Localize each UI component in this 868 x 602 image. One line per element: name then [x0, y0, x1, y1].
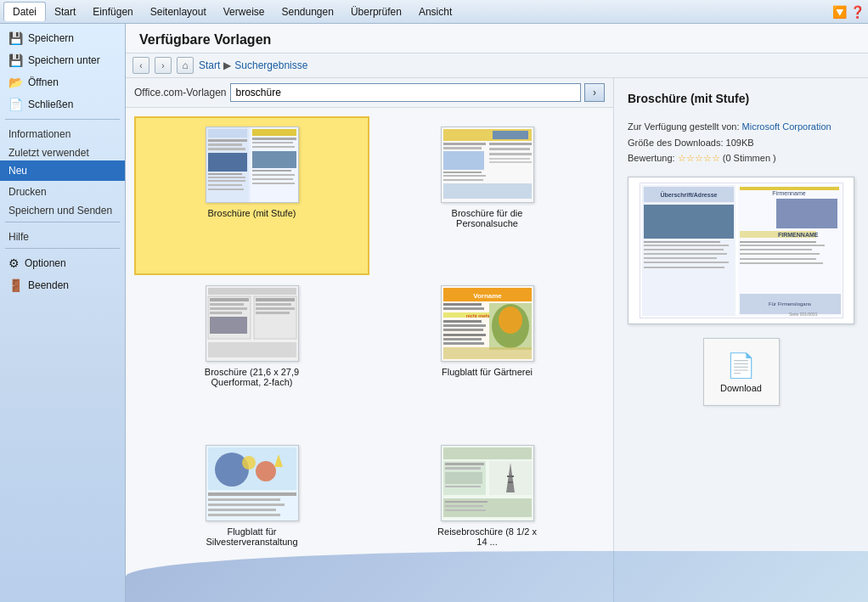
template-label-4: Flugblatt für Gärtnerei: [442, 367, 533, 377]
svg-rect-31: [489, 143, 532, 145]
template-brochure-quer[interactable]: Broschüre (21,6 x 27,9 Querformat, 2-fac…: [134, 275, 369, 434]
template-label-6: Reisebroschüre (8 1/2 x 14 ...: [437, 526, 538, 547]
breadcrumb-suchergebnisse[interactable]: Suchergebnisse: [234, 59, 307, 71]
svg-text:Überschrift/Adresse: Überschrift/Adresse: [660, 191, 717, 198]
svg-rect-24: [493, 131, 528, 139]
download-label: Download: [720, 383, 762, 393]
sidebar-item-optionen[interactable]: ⚙ Optionen: [0, 252, 125, 274]
svg-rect-67: [443, 347, 532, 359]
right-panel-title: Broschüre (mit Stufe): [628, 92, 854, 105]
svg-rect-8: [208, 173, 242, 175]
template-brochure-stufe[interactable]: Broschüre (mit Stufe): [134, 116, 369, 275]
right-panel-meta: Zur Verfügung gestellt von: Microsoft Co…: [628, 119, 854, 166]
brochure-stufe-preview: [206, 127, 298, 202]
svg-point-72: [256, 461, 276, 481]
breadcrumb-sep: ▶: [223, 59, 231, 71]
svg-rect-114: [740, 249, 812, 250]
sidebar-item-zuletzt[interactable]: Zuletzt verwendet: [0, 142, 125, 160]
template-flyer-gaertnerei[interactable]: Vorname nicht mehr NÖTIG!: [369, 275, 605, 434]
menu-einfuegen[interactable]: Einfügen: [84, 3, 141, 21]
svg-rect-16: [252, 174, 295, 176]
sidebar-item-informationen[interactable]: Informationen: [0, 123, 125, 142]
svg-rect-15: [252, 170, 291, 172]
minimize-icon[interactable]: 🔽: [832, 5, 847, 19]
sidebar-item-hilfe[interactable]: Hilfe: [0, 226, 125, 245]
svg-rect-30: [443, 179, 483, 181]
svg-rect-20: [208, 184, 242, 186]
preview-box: Überschrift/Adresse: [628, 177, 854, 324]
svg-point-70: [215, 453, 249, 487]
template-brochure-personal[interactable]: Broschüre für die Personalsuche: [369, 116, 605, 275]
options-icon: ⚙: [8, 256, 20, 270]
svg-rect-117: [740, 262, 823, 264]
menu-start[interactable]: Start: [46, 3, 84, 21]
download-button[interactable]: 📄 Download: [703, 338, 780, 406]
svg-rect-48: [256, 307, 295, 310]
svg-rect-6: [208, 148, 245, 150]
menu-sendungen[interactable]: Sendungen: [273, 3, 341, 21]
svg-rect-112: [740, 241, 816, 243]
svg-rect-64: [443, 334, 486, 336]
open-folder-icon: 📂: [8, 76, 23, 89]
help-icon[interactable]: ❓: [850, 5, 865, 19]
sidebar: 💾 Speichern 💾 Speichern unter 📂 Öffnen 📄…: [0, 24, 126, 602]
sidebar-item-schliessen[interactable]: 📄 Schließen: [0, 93, 125, 115]
forward-button[interactable]: ›: [155, 57, 172, 74]
save-icon: 💾: [8, 31, 23, 45]
menu-ueberpruefen[interactable]: Überprüfen: [342, 3, 410, 21]
svg-rect-84: [507, 475, 514, 477]
svg-rect-12: [252, 142, 293, 143]
menu-datei[interactable]: Datei: [3, 2, 46, 21]
download-size-value: 109KB: [726, 138, 754, 148]
svg-rect-36: [443, 183, 532, 199]
search-button[interactable]: ›: [584, 83, 605, 102]
preview-svg: Überschrift/Adresse: [640, 183, 843, 318]
svg-rect-17: [252, 178, 293, 180]
svg-rect-115: [740, 253, 820, 255]
template-thumb-4: Vorname nicht mehr NÖTIG!: [441, 285, 534, 362]
breadcrumb: Start ▶ Suchergebnisse: [199, 59, 307, 71]
svg-rect-88: [445, 472, 482, 484]
svg-text:Firmenname: Firmenname: [772, 190, 805, 196]
sidebar-item-drucken[interactable]: Drucken: [0, 181, 125, 200]
menu-ansicht[interactable]: Ansicht: [410, 3, 460, 21]
search-input[interactable]: [230, 83, 582, 102]
menu-seitenlayout[interactable]: Seitenlayout: [142, 3, 215, 21]
svg-rect-101: [644, 245, 729, 246]
template-label-3: Broschüre (21,6 x 27,9 Querformat, 2-fac…: [201, 367, 303, 387]
home-button[interactable]: ⌂: [177, 57, 194, 74]
svg-rect-47: [256, 303, 291, 306]
svg-rect-66: [443, 342, 484, 345]
svg-rect-65: [443, 338, 482, 340]
search-label: Office.com-Vorlagen: [134, 87, 227, 98]
menu-verweise[interactable]: Verweise: [215, 3, 273, 21]
sidebar-item-speichern[interactable]: 💾 Speichern: [0, 27, 125, 49]
svg-rect-4: [208, 139, 247, 142]
svg-rect-38: [208, 288, 296, 295]
svg-rect-59: [443, 324, 486, 327]
exit-icon: 🚪: [8, 278, 23, 292]
svg-rect-58: [443, 320, 482, 323]
svg-rect-103: [644, 253, 727, 255]
svg-rect-44: [210, 317, 247, 334]
svg-rect-89: [445, 486, 481, 487]
sidebar-item-speichern-unter[interactable]: 💾 Speichern unter: [0, 49, 125, 71]
menu-bar: Datei Start Einfügen Seitenlayout Verwei…: [0, 0, 868, 24]
svg-rect-76: [208, 504, 285, 506]
nav-bar: ‹ › ⌂ Start ▶ Suchergebnisse: [126, 53, 868, 78]
sidebar-item-speichern-senden[interactable]: Speichern und Senden: [0, 200, 125, 218]
template-label-1: Broschüre (mit Stufe): [208, 208, 296, 218]
sidebar-divider-3: [5, 248, 120, 249]
svg-rect-77: [208, 509, 276, 511]
templates-panel: Office.com-Vorlagen ›: [126, 78, 613, 602]
provider-link[interactable]: Microsoft Corporation: [742, 121, 831, 132]
search-bar: Office.com-Vorlagen ›: [126, 78, 613, 108]
sidebar-item-oeffnen[interactable]: 📂 Öffnen: [0, 71, 125, 93]
template-label-2: Broschüre für die Personalsuche: [437, 208, 538, 228]
content-area: Verfügbare Vorlagen ‹ › ⌂ Start ▶ Sucher…: [126, 24, 868, 602]
back-button[interactable]: ‹: [132, 57, 149, 74]
breadcrumb-start[interactable]: Start: [199, 59, 220, 71]
sidebar-item-neu[interactable]: Neu: [0, 160, 125, 181]
svg-rect-74: [208, 492, 296, 496]
sidebar-item-beenden[interactable]: 🚪 Beenden: [0, 274, 125, 296]
